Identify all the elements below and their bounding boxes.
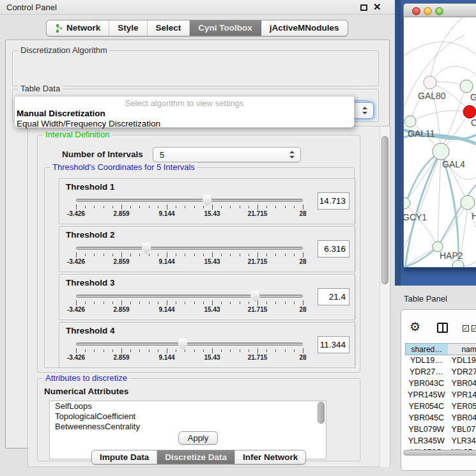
cell[interactable]: YBR043C: [405, 378, 448, 390]
apply-button[interactable]: Apply: [178, 431, 218, 445]
list-item[interactable]: TopologicalCoefficient: [50, 411, 326, 422]
list-scrollbar[interactable]: [318, 402, 325, 424]
threshold-value-field[interactable]: 21.4: [318, 288, 349, 305]
cell[interactable]: YER05: [448, 401, 476, 413]
split-column-icon[interactable]: [437, 323, 448, 333]
network-canvas[interactable]: GAL80 G C GAL11 GAL4 GCY1 H HAP2: [404, 17, 476, 267]
network-window-titlebar[interactable]: [403, 3, 476, 17]
cell[interactable]: YDR27…: [405, 367, 448, 378]
checkbox-icon[interactable]: ✓: [472, 325, 476, 332]
close-icon[interactable]: ✕: [373, 1, 381, 13]
node-top-right[interactable]: [460, 80, 473, 93]
tick-mark: [266, 349, 267, 352]
tick-label: 15.43: [204, 210, 220, 217]
tab-select[interactable]: Select: [148, 20, 190, 36]
table-row[interactable]: YER054CYER05: [405, 401, 476, 413]
cell[interactable]: YBR04: [448, 378, 476, 390]
slider-track[interactable]: [76, 295, 303, 298]
slider-ticks: -3.4262.8599.14415.4321.71528: [76, 252, 303, 258]
cell[interactable]: YBL07: [448, 424, 476, 436]
node-gal80[interactable]: [424, 76, 436, 89]
table-row[interactable]: YDR27…YDR27: [405, 367, 476, 378]
slider-track[interactable]: [76, 342, 303, 346]
cell[interactable]: YPR14: [448, 390, 476, 401]
table-row[interactable]: YLR345WYLR34: [405, 436, 476, 447]
cell[interactable]: YLR345W: [405, 436, 448, 447]
checkbox-icon[interactable]: ✓: [463, 325, 469, 332]
tick-mark: [240, 254, 240, 256]
list-item[interactable]: BetweennessCentrality: [50, 422, 326, 432]
tick-mark: [176, 349, 176, 352]
tick-mark: [303, 252, 303, 257]
tick-mark: [149, 254, 150, 256]
column-header-name[interactable]: name: [448, 343, 476, 355]
tick-mark: [212, 252, 213, 257]
tick-mark: [249, 349, 249, 352]
tick-mark: [221, 302, 222, 304]
cell[interactable]: YLR34: [448, 436, 476, 447]
minimize-traffic-light[interactable]: [424, 7, 432, 15]
slider-ticks: -3.4262.8599.14415.4321.71528: [76, 300, 303, 306]
cell[interactable]: YDL19…: [405, 355, 448, 367]
cell[interactable]: YPR145W: [405, 390, 448, 401]
tick-mark: [203, 206, 204, 208]
node-red-selected[interactable]: [463, 105, 476, 118]
scrollbar-thumb[interactable]: [381, 136, 388, 284]
popup-item-equal-width[interactable]: Equal Width/Frequency Discretization: [15, 118, 354, 128]
node-label: G: [470, 92, 476, 102]
slider-track[interactable]: [76, 247, 303, 250]
zoom-traffic-light[interactable]: [435, 7, 443, 15]
tick-mark: [130, 254, 131, 256]
algorithm-combo[interactable]: [355, 102, 374, 119]
table-row[interactable]: YBR045CYBR04: [405, 413, 476, 424]
node-h[interactable]: [461, 196, 475, 210]
node-gal11[interactable]: [404, 116, 416, 127]
column-header-shared-name[interactable]: shared…: [405, 343, 448, 355]
float-window-icon[interactable]: [360, 4, 367, 11]
cell[interactable]: YBL079W: [405, 424, 448, 436]
cell[interactable]: YER054C: [405, 401, 448, 413]
tick-mark: [94, 206, 95, 208]
tab-cyni-toolbox[interactable]: Cyni Toolbox: [190, 20, 261, 36]
table-row[interactable]: YBR043CYBR04: [405, 378, 476, 390]
tick-mark: [303, 300, 303, 305]
cell[interactable]: YDL19: [448, 355, 476, 367]
tab-jactivemnodules[interactable]: jActiveMNodules: [261, 20, 348, 36]
table-row[interactable]: YDL19…YDL19: [405, 355, 476, 367]
tick-mark: [176, 302, 176, 304]
threshold-value-field[interactable]: 6.316: [318, 240, 349, 257]
tab-discretize-data[interactable]: Discretize Data: [157, 450, 235, 464]
list-item[interactable]: SelfLoops: [50, 401, 326, 411]
tick-label: 28: [299, 258, 306, 265]
slider-ticks: -3.4262.8599.14415.4321.71528: [76, 204, 303, 210]
cell[interactable]: YBR04: [448, 413, 476, 424]
scrollbar-track[interactable]: [380, 127, 389, 467]
tick-mark: [85, 302, 86, 304]
control-panel-titlebar: Control Panel ✕: [0, 0, 395, 15]
cell[interactable]: YBR045C: [405, 413, 448, 424]
tab-label: Infer Network: [243, 452, 298, 462]
table-row[interactable]: YBL079WYBL07: [405, 424, 476, 436]
horizontal-scrollbar[interactable]: [403, 450, 476, 456]
tab-network[interactable]: Network: [47, 20, 109, 36]
close-traffic-light[interactable]: [412, 7, 420, 15]
tick-label: 21.715: [248, 258, 268, 265]
popup-item-manual[interactable]: Manual Discretization: [15, 108, 354, 118]
threshold-value-field[interactable]: 14.713: [318, 192, 349, 210]
tab-impute-data[interactable]: Impute Data: [92, 450, 157, 464]
threshold-label: Threshold 4: [66, 326, 115, 335]
cell[interactable]: YDR27: [448, 367, 476, 378]
gear-icon[interactable]: ⚙: [410, 321, 420, 333]
tab-infer-network[interactable]: Infer Network: [235, 450, 305, 464]
tab-label: Impute Data: [100, 452, 149, 462]
node-gal4[interactable]: [433, 143, 449, 160]
table-row[interactable]: YPR145WYPR14: [405, 390, 476, 401]
node-label: GAL80: [418, 91, 446, 101]
tab-style[interactable]: Style: [109, 20, 147, 36]
threshold-value-field[interactable]: 11.344: [318, 336, 349, 353]
num-intervals-combo[interactable]: 5: [153, 147, 301, 162]
group-title: Discretization Algorithm: [18, 45, 110, 55]
node-gcy1[interactable]: [404, 197, 410, 209]
slider-track[interactable]: [76, 199, 303, 202]
node-bottom[interactable]: [452, 260, 464, 267]
